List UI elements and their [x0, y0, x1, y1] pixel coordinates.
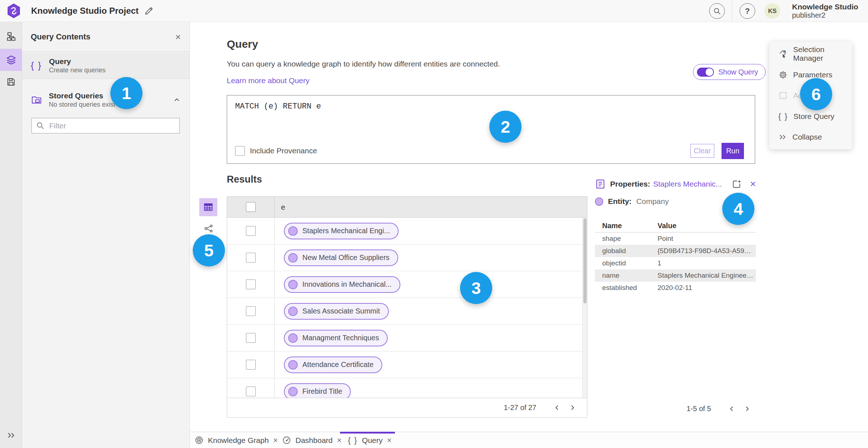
entity-chip[interactable]: Sales Associate Summit	[284, 303, 389, 320]
app-logo	[6, 3, 21, 18]
schema-icon	[6, 31, 16, 42]
query-item[interactable]: { } Query Create new queries	[22, 52, 190, 79]
include-provenance-checkbox[interactable]	[235, 146, 245, 156]
toggle-label: Show Query	[718, 68, 758, 76]
select-all-checkbox[interactable]	[246, 202, 256, 212]
entity-chip[interactable]: Managment Techniques	[284, 330, 388, 346]
row-checkbox[interactable]	[246, 226, 256, 236]
close-icon[interactable]: ×	[750, 179, 756, 189]
add-new-icon	[778, 91, 788, 100]
bottom-tab-bar: Knowledge Graph × Dashboard × { } Query …	[190, 432, 868, 448]
entity-dot-icon	[595, 197, 603, 206]
query-text-input[interactable]: MATCH (e) RETURN e	[227, 95, 755, 142]
entity-dot-icon	[288, 307, 298, 316]
folder-icon	[31, 94, 42, 106]
editor-footer: Include Provenance Clear Run	[227, 142, 755, 163]
properties-label: Properties:	[610, 180, 650, 188]
row-checkbox[interactable]	[246, 333, 256, 343]
topbar-divider	[732, 0, 732, 22]
menu-item-collapse[interactable]: Collapse	[769, 129, 852, 145]
row-checkbox[interactable]	[246, 387, 256, 396]
close-icon[interactable]: ×	[337, 436, 342, 444]
chevron-up-icon	[173, 96, 181, 104]
entity-chip[interactable]: Attendance Certificate	[284, 357, 382, 373]
callout-4: 4	[722, 193, 754, 225]
edit-title-icon[interactable]	[144, 6, 154, 16]
results-table: e Staplers Mechanical Engi... New Metal …	[227, 196, 587, 418]
link-chart-view-button[interactable]	[204, 224, 213, 233]
properties-table: Name Value shape Point globalid {5D9B471…	[595, 219, 756, 294]
contents-button[interactable]	[0, 49, 22, 71]
save-button[interactable]	[0, 71, 22, 93]
search-button[interactable]	[709, 3, 725, 19]
results-page-range: 1-27 of 27	[504, 404, 536, 412]
row-checkbox[interactable]	[246, 306, 256, 316]
callout-2: 2	[489, 111, 522, 143]
selection-manager-icon	[778, 49, 788, 59]
menu-item-store-query[interactable]: { } Store Query	[769, 109, 852, 124]
next-page-button[interactable]	[565, 400, 580, 415]
entity-dot-icon	[288, 333, 298, 343]
query-item-title: Query	[49, 57, 106, 66]
prev-page-button[interactable]	[724, 401, 739, 416]
menu-item-selection-manager[interactable]: Selection Manager	[769, 46, 852, 61]
expand-rail-button[interactable]	[0, 428, 22, 443]
row-checkbox[interactable]	[246, 253, 256, 263]
tab-knowledge-graph[interactable]: Knowledge Graph ×	[195, 432, 278, 448]
clear-button[interactable]: Clear	[690, 144, 714, 158]
expand-icon	[7, 432, 16, 439]
property-row: shape Point	[595, 232, 756, 245]
entity-chip[interactable]: Staplers Mechanical Engi...	[284, 223, 399, 239]
filter-input[interactable]	[31, 118, 180, 133]
user-name: Knowledge Studio	[792, 3, 858, 11]
entity-dot-icon	[288, 360, 298, 370]
entity-chip[interactable]: New Metal Office Suppliers	[284, 249, 398, 266]
entity-dot-icon	[288, 226, 298, 236]
chevron-left-icon	[729, 406, 735, 412]
search-icon	[36, 121, 44, 130]
query-contents-panel: Query Contents × { } Query Create new qu…	[22, 22, 190, 448]
table-row: Attendance Certificate	[227, 351, 587, 378]
user-avatar[interactable]: KS	[765, 3, 780, 19]
next-page-button[interactable]	[739, 401, 754, 416]
row-checkbox[interactable]	[246, 360, 256, 370]
scrollbar-thumb[interactable]	[583, 218, 587, 303]
panel-header: Query Contents ×	[22, 22, 190, 52]
results-scrollbar[interactable]	[582, 218, 587, 398]
link-chart-icon	[204, 224, 213, 233]
run-button[interactable]: Run	[722, 143, 744, 159]
add-new-icon[interactable]	[732, 179, 741, 189]
stored-queries-subtitle: No stored queries exist	[49, 101, 115, 108]
collapse-section-button[interactable]	[173, 96, 181, 104]
learn-more-link[interactable]: Learn more about Query	[227, 76, 310, 85]
schema-button[interactable]	[0, 25, 22, 47]
tab-query[interactable]: { } Query ×	[348, 432, 392, 448]
properties-entity-link[interactable]: Staplers Mechanic...	[653, 180, 722, 188]
user-menu[interactable]: Knowledge Studio publisher2	[792, 3, 858, 20]
table-row: Firebird Title	[227, 378, 587, 398]
properties-page-range: 1-5 of 5	[686, 405, 711, 413]
property-row: established 2020-02-11	[595, 282, 756, 294]
entity-chip[interactable]: Innovations in Mechanical...	[284, 276, 400, 293]
help-button[interactable]: ?	[740, 3, 755, 19]
chevron-right-icon	[744, 406, 750, 412]
close-icon[interactable]: ×	[387, 436, 392, 444]
row-checkbox[interactable]	[246, 280, 256, 289]
help-icon: ?	[745, 7, 750, 16]
callout-3: 3	[460, 272, 492, 304]
left-rail	[0, 22, 22, 448]
close-icon[interactable]: ×	[273, 436, 278, 444]
prev-page-button[interactable]	[549, 400, 565, 415]
stored-queries-item[interactable]: Stored Queries No stored queries exist	[22, 89, 190, 111]
close-icon[interactable]: ×	[175, 32, 181, 42]
layers-icon	[6, 55, 17, 65]
column-header-e: e	[275, 197, 587, 217]
dashboard-icon	[282, 436, 291, 445]
show-query-toggle[interactable]: Show Query	[693, 64, 766, 80]
entity-chip[interactable]: Firebird Title	[284, 383, 351, 398]
collapse-icon	[778, 133, 787, 141]
results-table-header: e	[227, 197, 587, 218]
tab-dashboard[interactable]: Dashboard ×	[282, 432, 342, 448]
table-row: New Metal Office Suppliers	[227, 244, 587, 271]
table-view-button[interactable]	[199, 198, 217, 216]
